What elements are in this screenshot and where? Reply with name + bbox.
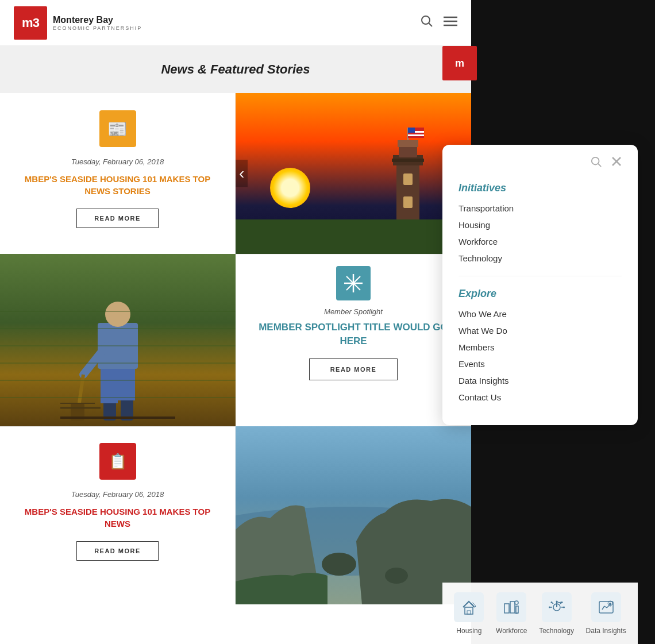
nav-events[interactable]: Events xyxy=(458,358,622,370)
svg-line-1 xyxy=(429,24,433,27)
svg-line-67 xyxy=(604,606,607,608)
news-icon-red: 📋 xyxy=(99,443,136,480)
initiatives-strip: Housing Workforce xyxy=(442,583,638,644)
nav-search-icon[interactable] xyxy=(591,156,602,171)
page-title: News & Featured Stories xyxy=(11,62,460,77)
nav-contact-us[interactable]: Contact Us xyxy=(458,391,622,403)
search-icon[interactable] xyxy=(421,15,433,30)
initiative-data-insights[interactable]: Data Insights xyxy=(586,592,626,635)
nav-overlay: Initiatives Transportation Housing Workf… xyxy=(442,145,638,425)
svg-point-61 xyxy=(550,601,552,603)
svg-point-64 xyxy=(563,607,565,608)
news-card-1-date: Tuesday, February 06, 2018 xyxy=(71,157,164,166)
news-card-2: 📋 Tuesday, February 06, 2018 MBEP'S SEAS… xyxy=(0,426,236,604)
coastal-background xyxy=(236,426,471,604)
news-card-2-title: MBEP'S SEASIDE HOUSING 101 MAKES TOP NEW… xyxy=(17,506,218,530)
news-icon-orange: 📰 xyxy=(99,110,136,147)
initiative-workforce[interactable]: Workforce xyxy=(496,592,527,635)
news-card-1-read-more[interactable]: READ MORE xyxy=(76,209,159,228)
menu-icon[interactable] xyxy=(444,16,457,29)
mbep-logo-overlay: m xyxy=(442,46,477,80)
logo-text: Monterey Bay ECONOMIC PARTNERSHIP xyxy=(53,14,142,31)
svg-rect-10 xyxy=(403,173,413,185)
svg-point-49 xyxy=(592,157,599,165)
explore-section-title: Explore xyxy=(458,288,622,300)
svg-point-63 xyxy=(549,607,550,608)
coastal-svg xyxy=(236,426,471,604)
spotlight-subtitle: Member Spotlight xyxy=(324,307,383,316)
news-icon-2-symbol: 📋 xyxy=(109,453,127,471)
svg-rect-56 xyxy=(510,601,515,613)
svg-rect-55 xyxy=(504,604,509,613)
lighthouse-background xyxy=(236,93,471,254)
logo-subtitle: ECONOMIC PARTNERSHIP xyxy=(53,25,142,31)
data-insights-icon xyxy=(591,592,621,622)
nav-close-icon[interactable] xyxy=(611,156,622,171)
news-card-1: 📰 Tuesday, February 06, 2018 MBEP'S SEAS… xyxy=(0,93,236,254)
initiative-housing[interactable]: Housing xyxy=(454,592,484,635)
svg-point-0 xyxy=(422,16,430,24)
nav-technology[interactable]: Technology xyxy=(458,252,622,264)
nav-separator xyxy=(458,276,622,276)
coastal-card xyxy=(236,426,471,604)
svg-rect-8 xyxy=(398,140,418,147)
svg-point-62 xyxy=(561,601,562,603)
svg-rect-11 xyxy=(403,196,413,208)
spotlight-icon xyxy=(336,266,371,300)
svg-point-69 xyxy=(609,603,611,605)
svg-point-48 xyxy=(385,568,408,584)
spotlight-title: MEMBER SPOTLIGHT TITLE WOULD GO HERE xyxy=(253,321,454,348)
svg-rect-57 xyxy=(516,606,518,613)
site-header: m3 Monterey Bay ECONOMIC PARTNERSHIP xyxy=(0,0,471,46)
lighthouse-photo-card: ‹ xyxy=(236,93,471,254)
svg-rect-15 xyxy=(408,134,424,136)
news-card-1-title: MBEP'S SEASIDE HOUSING 101 MAKES TOP NEW… xyxy=(17,173,218,197)
logo-name: Monterey Bay xyxy=(53,14,142,25)
workforce-label: Workforce xyxy=(496,627,527,635)
nav-transportation[interactable]: Transportation xyxy=(458,202,622,214)
sun xyxy=(270,168,310,208)
nav-housing[interactable]: Housing xyxy=(458,219,622,231)
svg-line-66 xyxy=(602,606,604,610)
spotlight-card: Member Spotlight MEMBER SPOTLIGHT TITLE … xyxy=(236,254,471,426)
nav-data-insights[interactable]: Data Insights xyxy=(458,375,622,387)
svg-line-50 xyxy=(598,164,601,167)
content-grid: 📰 Tuesday, February 06, 2018 MBEP'S SEAS… xyxy=(0,93,471,604)
technology-label: Technology xyxy=(539,627,574,635)
header-icons xyxy=(421,15,457,30)
farming-card xyxy=(0,254,236,426)
main-page: m3 Monterey Bay ECONOMIC PARTNERSHIP xyxy=(0,0,471,644)
nav-overlay-header xyxy=(458,156,622,171)
svg-point-47 xyxy=(322,553,356,576)
left-arrow[interactable]: ‹ xyxy=(236,160,248,187)
nav-workforce[interactable]: Workforce xyxy=(458,236,622,248)
logo-box: m3 xyxy=(14,6,47,40)
page-title-bar: News & Featured Stories xyxy=(0,46,471,93)
logo-area[interactable]: m3 Monterey Bay ECONOMIC PARTNERSHIP xyxy=(14,6,142,40)
mbep-logo-text: m xyxy=(455,57,464,70)
crop-rows-svg xyxy=(0,254,236,426)
field-foreground xyxy=(236,219,471,254)
initiative-technology[interactable]: Technology xyxy=(539,592,574,635)
logo-monogram: m3 xyxy=(22,16,39,30)
workforce-icon xyxy=(496,592,526,622)
housing-icon xyxy=(454,592,484,622)
nav-members[interactable]: Members xyxy=(458,341,622,353)
news-card-2-read-more[interactable]: READ MORE xyxy=(76,541,159,561)
svg-rect-16 xyxy=(408,128,415,133)
data-insights-label: Data Insights xyxy=(586,627,626,635)
nav-what-we-do[interactable]: What We Do xyxy=(458,325,622,337)
svg-rect-9 xyxy=(392,159,424,162)
news-icon-symbol: 📰 xyxy=(107,119,128,138)
news-card-2-date: Tuesday, February 06, 2018 xyxy=(71,490,164,499)
spotlight-read-more[interactable]: READ MORE xyxy=(309,358,398,380)
housing-label: Housing xyxy=(456,627,481,635)
technology-icon xyxy=(542,592,572,622)
svg-point-60 xyxy=(556,601,557,603)
initiatives-section-title: Initiatives xyxy=(458,182,622,194)
svg-rect-54 xyxy=(467,611,471,614)
farming-background xyxy=(0,254,236,426)
nav-who-we-are[interactable]: Who We Are xyxy=(458,308,622,320)
svg-point-58 xyxy=(515,601,518,604)
